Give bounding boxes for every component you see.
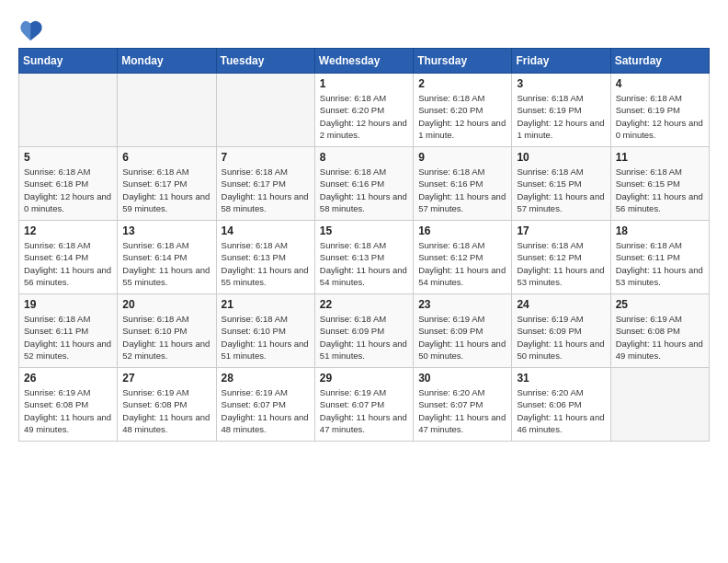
day-info: Sunrise: 6:18 AMSunset: 6:20 PMDaylight:…: [320, 92, 408, 141]
calendar-cell: 27Sunrise: 6:19 AMSunset: 6:08 PMDayligh…: [118, 368, 216, 442]
day-info: Sunrise: 6:18 AMSunset: 6:09 PMDaylight:…: [320, 313, 408, 362]
day-info: Sunrise: 6:19 AMSunset: 6:09 PMDaylight:…: [418, 313, 506, 362]
calendar-cell: [118, 74, 216, 147]
day-info: Sunrise: 6:18 AMSunset: 6:15 PMDaylight:…: [616, 166, 704, 214]
header: [18, 17, 710, 42]
calendar-cell: 10Sunrise: 6:18 AMSunset: 6:15 PMDayligh…: [512, 147, 610, 221]
day-info: Sunrise: 6:18 AMSunset: 6:12 PMDaylight:…: [418, 239, 506, 288]
calendar-cell: 23Sunrise: 6:19 AMSunset: 6:09 PMDayligh…: [414, 294, 512, 368]
day-info: Sunrise: 6:18 AMSunset: 6:16 PMDaylight:…: [320, 166, 408, 214]
week-row-5: 26Sunrise: 6:19 AMSunset: 6:08 PMDayligh…: [19, 368, 710, 442]
day-number: 3: [517, 77, 605, 90]
day-info: Sunrise: 6:19 AMSunset: 6:09 PMDaylight:…: [517, 313, 605, 362]
day-info: Sunrise: 6:19 AMSunset: 6:08 PMDaylight:…: [24, 386, 112, 435]
day-number: 7: [222, 151, 310, 164]
weekday-saturday: Saturday: [610, 49, 709, 74]
day-info: Sunrise: 6:18 AMSunset: 6:10 PMDaylight:…: [122, 313, 210, 362]
calendar-cell: 21Sunrise: 6:18 AMSunset: 6:10 PMDayligh…: [216, 294, 314, 368]
day-info: Sunrise: 6:18 AMSunset: 6:17 PMDaylight:…: [122, 166, 210, 214]
day-info: Sunrise: 6:18 AMSunset: 6:14 PMDaylight:…: [122, 239, 210, 288]
day-number: 17: [517, 224, 605, 237]
day-number: 10: [517, 151, 605, 164]
day-info: Sunrise: 6:18 AMSunset: 6:10 PMDaylight:…: [222, 313, 310, 362]
day-number: 19: [24, 298, 112, 311]
calendar-cell: 24Sunrise: 6:19 AMSunset: 6:09 PMDayligh…: [512, 294, 610, 368]
weekday-friday: Friday: [512, 49, 610, 74]
weekday-tuesday: Tuesday: [216, 49, 314, 74]
calendar-cell: [19, 74, 118, 147]
day-number: 1: [320, 77, 408, 90]
calendar-cell: 18Sunrise: 6:18 AMSunset: 6:11 PMDayligh…: [610, 221, 709, 294]
day-number: 8: [320, 151, 408, 164]
calendar-cell: 13Sunrise: 6:18 AMSunset: 6:14 PMDayligh…: [118, 221, 216, 294]
day-info: Sunrise: 6:19 AMSunset: 6:07 PMDaylight:…: [222, 386, 310, 435]
day-info: Sunrise: 6:18 AMSunset: 6:19 PMDaylight:…: [517, 92, 605, 141]
week-row-3: 12Sunrise: 6:18 AMSunset: 6:14 PMDayligh…: [19, 221, 710, 294]
day-info: Sunrise: 6:18 AMSunset: 6:20 PMDaylight:…: [418, 92, 506, 141]
day-number: 2: [418, 77, 506, 90]
day-info: Sunrise: 6:18 AMSunset: 6:19 PMDaylight:…: [616, 92, 704, 141]
calendar-cell: 30Sunrise: 6:20 AMSunset: 6:07 PMDayligh…: [414, 368, 512, 442]
day-info: Sunrise: 6:19 AMSunset: 6:08 PMDaylight:…: [616, 313, 704, 362]
page: SundayMondayTuesdayWednesdayThursdayFrid…: [0, 0, 728, 563]
calendar-cell: 4Sunrise: 6:18 AMSunset: 6:19 PMDaylight…: [610, 74, 709, 147]
calendar-cell: 3Sunrise: 6:18 AMSunset: 6:19 PMDaylight…: [512, 74, 610, 147]
weekday-header-row: SundayMondayTuesdayWednesdayThursdayFrid…: [19, 49, 710, 74]
calendar-cell: 19Sunrise: 6:18 AMSunset: 6:11 PMDayligh…: [19, 294, 118, 368]
weekday-monday: Monday: [118, 49, 216, 74]
logo: [18, 17, 48, 42]
day-number: 13: [122, 224, 210, 237]
day-info: Sunrise: 6:18 AMSunset: 6:15 PMDaylight:…: [517, 166, 605, 214]
calendar-cell: 6Sunrise: 6:18 AMSunset: 6:17 PMDaylight…: [118, 147, 216, 221]
week-row-1: 1Sunrise: 6:18 AMSunset: 6:20 PMDaylight…: [19, 74, 710, 147]
day-number: 24: [517, 298, 605, 311]
day-number: 18: [616, 224, 704, 237]
day-number: 12: [24, 224, 112, 237]
weekday-sunday: Sunday: [19, 49, 118, 74]
day-number: 5: [24, 151, 112, 164]
day-info: Sunrise: 6:19 AMSunset: 6:07 PMDaylight:…: [320, 386, 408, 435]
day-number: 28: [222, 372, 310, 385]
day-info: Sunrise: 6:20 AMSunset: 6:06 PMDaylight:…: [517, 386, 605, 435]
calendar-cell: 7Sunrise: 6:18 AMSunset: 6:17 PMDaylight…: [216, 147, 314, 221]
day-number: 29: [320, 372, 408, 385]
calendar-cell: 14Sunrise: 6:18 AMSunset: 6:13 PMDayligh…: [216, 221, 314, 294]
day-info: Sunrise: 6:18 AMSunset: 6:12 PMDaylight:…: [517, 239, 605, 288]
calendar-cell: 31Sunrise: 6:20 AMSunset: 6:06 PMDayligh…: [512, 368, 610, 442]
calendar-cell: 11Sunrise: 6:18 AMSunset: 6:15 PMDayligh…: [610, 147, 709, 221]
day-info: Sunrise: 6:18 AMSunset: 6:11 PMDaylight:…: [616, 239, 704, 288]
calendar-cell: 25Sunrise: 6:19 AMSunset: 6:08 PMDayligh…: [610, 294, 709, 368]
weekday-wednesday: Wednesday: [314, 49, 413, 74]
day-number: 23: [418, 298, 506, 311]
calendar-cell: 26Sunrise: 6:19 AMSunset: 6:08 PMDayligh…: [19, 368, 118, 442]
day-number: 15: [320, 224, 408, 237]
week-row-2: 5Sunrise: 6:18 AMSunset: 6:18 PMDaylight…: [19, 147, 710, 221]
day-number: 25: [616, 298, 704, 311]
calendar-cell: 29Sunrise: 6:19 AMSunset: 6:07 PMDayligh…: [314, 368, 413, 442]
day-number: 26: [24, 372, 112, 385]
day-info: Sunrise: 6:18 AMSunset: 6:11 PMDaylight:…: [24, 313, 112, 362]
day-info: Sunrise: 6:18 AMSunset: 6:18 PMDaylight:…: [24, 166, 112, 214]
day-number: 31: [517, 372, 605, 385]
day-info: Sunrise: 6:18 AMSunset: 6:16 PMDaylight:…: [418, 166, 506, 214]
day-info: Sunrise: 6:18 AMSunset: 6:17 PMDaylight:…: [222, 166, 310, 214]
day-info: Sunrise: 6:18 AMSunset: 6:13 PMDaylight:…: [320, 239, 408, 288]
week-row-4: 19Sunrise: 6:18 AMSunset: 6:11 PMDayligh…: [19, 294, 710, 368]
calendar-cell: 17Sunrise: 6:18 AMSunset: 6:12 PMDayligh…: [512, 221, 610, 294]
calendar-cell: 16Sunrise: 6:18 AMSunset: 6:12 PMDayligh…: [414, 221, 512, 294]
day-number: 27: [122, 372, 210, 385]
day-number: 4: [616, 77, 704, 90]
weekday-thursday: Thursday: [414, 49, 512, 74]
day-info: Sunrise: 6:18 AMSunset: 6:13 PMDaylight:…: [222, 239, 310, 288]
calendar-cell: 12Sunrise: 6:18 AMSunset: 6:14 PMDayligh…: [19, 221, 118, 294]
calendar-cell: 5Sunrise: 6:18 AMSunset: 6:18 PMDaylight…: [19, 147, 118, 221]
day-number: 14: [222, 224, 310, 237]
calendar-cell: [216, 74, 314, 147]
day-number: 21: [222, 298, 310, 311]
day-number: 22: [320, 298, 408, 311]
day-info: Sunrise: 6:20 AMSunset: 6:07 PMDaylight:…: [418, 386, 506, 435]
day-number: 11: [616, 151, 704, 164]
calendar-cell: 20Sunrise: 6:18 AMSunset: 6:10 PMDayligh…: [118, 294, 216, 368]
calendar-cell: 8Sunrise: 6:18 AMSunset: 6:16 PMDaylight…: [314, 147, 413, 221]
day-info: Sunrise: 6:18 AMSunset: 6:14 PMDaylight:…: [24, 239, 112, 288]
